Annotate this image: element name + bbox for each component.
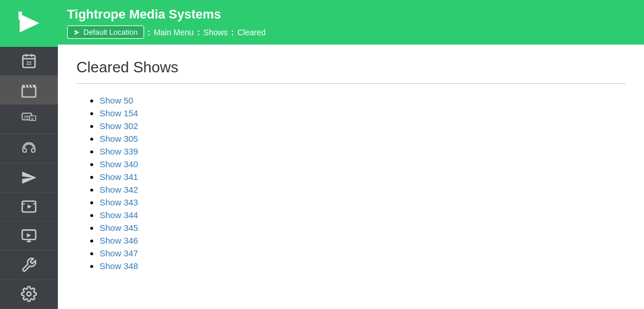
breadcrumb-location-button[interactable]: Default Location: [67, 25, 144, 39]
breadcrumb-sep1: :: [148, 28, 150, 37]
list-item: Show 305: [100, 134, 625, 144]
breadcrumb-shows[interactable]: Shows: [204, 28, 228, 37]
svg-text:🔒: 🔒: [31, 117, 34, 121]
breadcrumb-main-menu[interactable]: Main Menu: [154, 28, 194, 37]
sidebar-item-calendar[interactable]: 22: [0, 47, 58, 76]
svg-marker-16: [22, 171, 36, 183]
breadcrumb-sep2: :: [197, 28, 200, 37]
list-item: Show 347: [100, 248, 625, 259]
list-item: Show 348: [100, 261, 625, 271]
svg-marker-0: [20, 14, 39, 32]
breadcrumb-cleared[interactable]: Cleared: [237, 28, 266, 37]
app-logo[interactable]: [0, 0, 58, 47]
list-item: Show 346: [100, 236, 625, 246]
header: Tightrope Media Systems Default Location…: [58, 0, 644, 45]
show-link[interactable]: Show 154: [100, 108, 138, 118]
svg-point-25: [27, 292, 31, 296]
svg-marker-22: [27, 233, 31, 237]
show-link[interactable]: Show 348: [100, 261, 138, 271]
page-title: Cleared Shows: [76, 58, 625, 76]
svg-rect-1: [19, 12, 22, 20]
list-item: Show 339: [100, 146, 625, 157]
sidebar-item-settings[interactable]: [0, 280, 58, 309]
show-link[interactable]: Show 302: [100, 121, 138, 131]
sidebar-item-tools[interactable]: [0, 251, 58, 279]
list-item: Show 343: [100, 197, 625, 208]
show-link[interactable]: Show 343: [100, 197, 138, 207]
breadcrumb-sep3: :: [231, 28, 234, 37]
sidebar-item-support[interactable]: [0, 134, 58, 163]
svg-marker-26: [75, 30, 79, 35]
sidebar-item-shows[interactable]: [0, 76, 58, 105]
sidebar-item-weather[interactable]: 75° 🔒: [0, 105, 58, 134]
list-item: Show 340: [100, 159, 625, 170]
list-item: Show 342: [100, 185, 625, 195]
app-title: Tightrope Media Systems: [67, 0, 635, 25]
svg-text:75°: 75°: [24, 115, 30, 119]
show-link[interactable]: Show 344: [100, 210, 138, 220]
show-link[interactable]: Show 342: [100, 185, 138, 194]
show-link[interactable]: Show 347: [100, 248, 138, 258]
list-item: Show 344: [100, 210, 625, 220]
main-content: Tightrope Media Systems Default Location…: [58, 0, 644, 309]
content-divider: [76, 83, 625, 84]
show-link[interactable]: Show 346: [100, 236, 138, 245]
show-link[interactable]: Show 339: [100, 146, 138, 156]
show-link[interactable]: Show 341: [100, 172, 138, 182]
sidebar-item-media[interactable]: [0, 193, 58, 222]
sidebar-item-send[interactable]: [0, 163, 58, 192]
list-item: Show 345: [100, 223, 625, 233]
sidebar: 22 75° 🔒: [0, 0, 58, 309]
sidebar-item-display[interactable]: [0, 222, 58, 251]
list-item: Show 302: [100, 121, 625, 131]
page-content: Cleared Shows Show 50Show 154Show 302Sho…: [58, 45, 644, 309]
show-link[interactable]: Show 305: [100, 134, 138, 144]
list-item: Show 154: [100, 108, 625, 119]
svg-rect-7: [22, 87, 35, 97]
breadcrumb-location-label: Default Location: [83, 28, 138, 36]
svg-marker-18: [28, 205, 32, 209]
show-link[interactable]: Show 345: [100, 223, 138, 233]
show-link[interactable]: Show 340: [100, 159, 138, 169]
list-item: Show 50: [100, 95, 625, 106]
shows-list: Show 50Show 154Show 302Show 305Show 339S…: [76, 95, 625, 271]
show-link[interactable]: Show 50: [100, 95, 133, 105]
breadcrumb: Default Location : Main Menu : Shows : C…: [67, 25, 635, 45]
list-item: Show 341: [100, 172, 625, 182]
svg-text:22: 22: [26, 61, 32, 66]
location-icon: [73, 29, 80, 36]
